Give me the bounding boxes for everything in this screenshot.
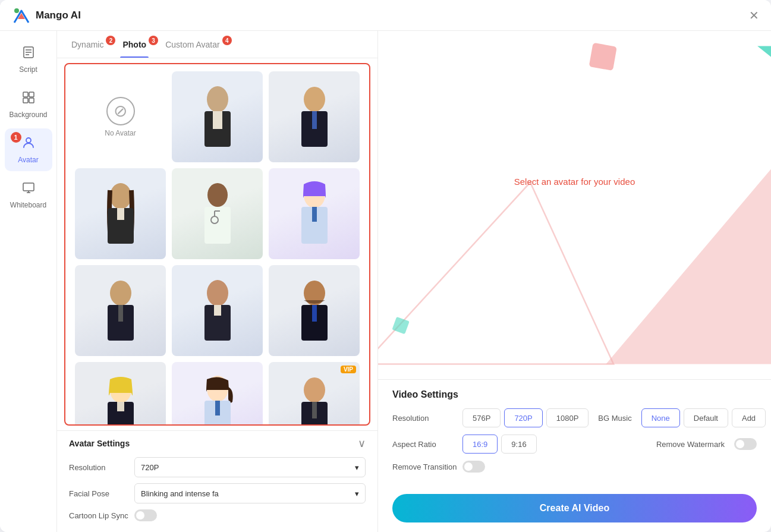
avatar-cell-6[interactable] xyxy=(75,265,166,356)
video-settings: Video Settings Resolution 576P 720P 1080… xyxy=(378,379,771,487)
svg-rect-21 xyxy=(117,208,124,220)
settings-collapse-icon[interactable]: ∨ xyxy=(358,437,366,450)
sidebar-item-background[interactable]: Background xyxy=(5,83,52,126)
vs-1080p-btn[interactable]: 1080P xyxy=(546,408,589,427)
avatar-cell-11[interactable]: VIP ◎ xyxy=(269,362,360,426)
svg-rect-47 xyxy=(312,402,317,418)
right-panel: Select an avatar for your video Video Se… xyxy=(378,31,771,532)
svg-marker-53 xyxy=(378,182,613,364)
svg-rect-35 xyxy=(214,305,221,316)
vs-none-btn[interactable]: None xyxy=(641,408,680,427)
avatar-silhouette-3 xyxy=(75,168,166,259)
svg-rect-8 xyxy=(29,98,34,103)
vs-remove-watermark-label: Remove Watermark xyxy=(656,440,725,449)
avatar-cell-1[interactable] xyxy=(172,71,263,162)
cartoon-lip-toggle-row xyxy=(134,509,157,521)
avatar-silhouette-10 xyxy=(172,362,263,426)
avatar-cell-9[interactable] xyxy=(75,362,166,426)
vs-aspect-label: Aspect Ratio xyxy=(392,440,458,449)
svg-rect-5 xyxy=(23,92,28,97)
no-avatar-cell[interactable]: ⊘ No Avatar xyxy=(75,71,166,162)
sidebar-label-whiteboard: Whiteboard xyxy=(10,201,46,209)
vs-aspect-options: 16:9 9:16 xyxy=(462,435,537,454)
avatar-cell-8[interactable] xyxy=(269,265,360,356)
script-icon xyxy=(21,45,36,63)
vs-aspect-ratio-row: Aspect Ratio 16:9 9:16 Remove Watermark xyxy=(392,435,757,454)
sidebar-item-whiteboard[interactable]: Whiteboard xyxy=(5,174,52,216)
select-prompt: Select an avatar for your video xyxy=(514,177,635,187)
vs-default-btn[interactable]: Default xyxy=(684,408,728,427)
app-title: Mango AI xyxy=(36,10,81,21)
svg-rect-6 xyxy=(29,92,34,97)
avatar-icon xyxy=(21,136,36,153)
vs-720p-btn[interactable]: 720P xyxy=(504,408,542,427)
close-button[interactable]: ✕ xyxy=(749,10,759,21)
avatar-grid-wrapper[interactable]: ⊘ No Avatar xyxy=(64,63,370,426)
svg-rect-55 xyxy=(392,317,409,334)
facial-pose-select[interactable]: Blinking and intense fa ▾ xyxy=(134,483,366,503)
vip-badge-11: VIP xyxy=(341,366,356,373)
vs-resolution-label: Resolution xyxy=(392,414,458,423)
avatar-cell-7[interactable] xyxy=(172,265,263,356)
svg-rect-15 xyxy=(213,111,222,129)
preview-background-shapes xyxy=(378,31,771,379)
svg-rect-38 xyxy=(312,305,317,322)
avatar-cell-3[interactable] xyxy=(75,168,166,259)
logo-icon xyxy=(12,6,31,25)
resolution-select[interactable]: 720P ▾ xyxy=(134,457,366,477)
sidebar-item-avatar[interactable]: 1 Avatar xyxy=(5,128,52,171)
avatar-silhouette-5 xyxy=(269,168,360,259)
sidebar: Script Background 1 Avatar Whiteboard xyxy=(0,31,57,532)
svg-point-13 xyxy=(207,86,228,112)
create-ai-video-button[interactable]: Create AI Video xyxy=(392,494,757,522)
svg-rect-44 xyxy=(215,401,220,415)
sidebar-item-script[interactable]: Script xyxy=(5,38,52,81)
vs-576p-btn[interactable]: 576P xyxy=(462,408,501,427)
vs-16-9-btn[interactable]: 16:9 xyxy=(462,435,498,454)
svg-point-19 xyxy=(110,183,131,209)
svg-marker-48 xyxy=(757,46,771,129)
remove-transition-toggle[interactable] xyxy=(462,461,485,473)
tab-photo[interactable]: Photo 3 xyxy=(120,31,149,58)
remove-watermark-toggle[interactable] xyxy=(734,438,757,450)
resolution-row: Resolution 720P ▾ xyxy=(69,457,366,477)
avatar-cell-10[interactable] xyxy=(172,362,263,426)
vs-add-btn[interactable]: Add xyxy=(732,408,766,427)
facial-pose-label: Facial Pose xyxy=(69,489,134,498)
avatar-silhouette-6 xyxy=(75,265,166,356)
vs-remove-transition-row: Remove Transition xyxy=(392,461,757,473)
avatar-cell-5[interactable] xyxy=(269,168,360,259)
vs-9-16-btn[interactable]: 9:16 xyxy=(501,435,536,454)
background-icon xyxy=(21,90,36,108)
svg-rect-29 xyxy=(312,207,317,222)
svg-point-22 xyxy=(207,183,228,207)
avatar-grid: ⊘ No Avatar xyxy=(75,71,360,426)
avatar-cell-2[interactable] xyxy=(269,71,360,162)
cartoon-lip-toggle[interactable] xyxy=(134,509,157,521)
avatar-silhouette-1 xyxy=(172,71,263,162)
chevron-down-icon-2: ▾ xyxy=(355,489,359,498)
left-panel: Dynamic 2 Photo 3 Custom Avatar 4 xyxy=(57,31,378,532)
tab-dynamic[interactable]: Dynamic 2 xyxy=(69,31,106,58)
resolution-label: Resolution xyxy=(69,463,134,472)
cartoon-lip-row: Cartoon Lip Sync xyxy=(69,509,366,521)
avatar-silhouette-8 xyxy=(269,265,360,356)
chevron-down-icon: ▾ xyxy=(355,463,359,472)
whiteboard-icon xyxy=(21,181,36,199)
sidebar-label-avatar: Avatar xyxy=(18,156,38,164)
settings-title: Avatar Settings xyxy=(69,439,130,448)
logo: Mango AI xyxy=(12,6,81,25)
preview-area: Select an avatar for your video xyxy=(378,31,771,379)
svg-point-9 xyxy=(26,138,31,143)
tab-dynamic-badge: 2 xyxy=(106,36,115,45)
svg-rect-18 xyxy=(312,111,317,129)
settings-header: Avatar Settings ∨ xyxy=(69,437,366,450)
avatar-silhouette-9 xyxy=(75,362,166,426)
no-avatar-icon: ⊘ xyxy=(106,97,135,125)
sidebar-label-script: Script xyxy=(19,65,37,74)
avatar-silhouette-7 xyxy=(172,265,263,356)
svg-point-45 xyxy=(304,377,325,402)
tab-custom-avatar[interactable]: Custom Avatar 4 xyxy=(163,31,222,58)
avatar-cell-4[interactable] xyxy=(172,168,263,259)
svg-rect-50 xyxy=(589,43,617,71)
